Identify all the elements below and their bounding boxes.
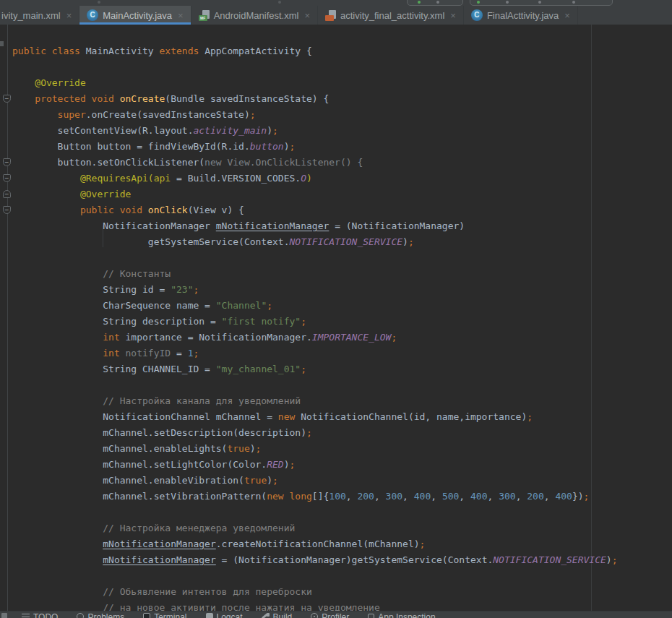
- code-token: public void: [12, 205, 148, 215]
- close-icon[interactable]: ×: [66, 11, 72, 20]
- fold-down-icon[interactable]: −: [3, 95, 11, 103]
- code-token: new: [278, 411, 295, 422]
- close-icon[interactable]: ×: [178, 11, 184, 20]
- tab-androidmanifest-xml[interactable]: MFAndroidManifest.xml×: [191, 6, 318, 25]
- tab-mainactivity-java[interactable]: CMainActivity.java×: [79, 6, 191, 25]
- editor-tabs: ivity_main.xml×CMainActivity.java×MFAndr…: [0, 6, 672, 25]
- code-token: activity_main: [193, 125, 267, 136]
- code-token: O: [301, 173, 306, 184]
- toolwindow-button-logcat[interactable]: Logcat: [206, 612, 243, 618]
- code-token: NOTIFICATION_SERVICE: [493, 554, 606, 565]
- toolwindow-button-profiler[interactable]: Profiler: [311, 612, 349, 618]
- device-selector-button[interactable]: [470, 0, 613, 6]
- code-line: // Настройка менеджера уведомлений: [12, 520, 618, 536]
- toolwindow-button-app-inspection[interactable]: App Inspection: [368, 612, 435, 618]
- close-icon[interactable]: ×: [450, 11, 456, 20]
- code-token: ;: [272, 475, 278, 486]
- toolwindow-button-build[interactable]: Build: [262, 612, 293, 618]
- code-token: "23": [171, 284, 193, 295]
- code-token: ,: [544, 491, 556, 502]
- code-token: ;: [290, 459, 296, 470]
- code-line: mChannel.setVibrationPattern(new long[]{…: [12, 489, 618, 505]
- fold-down-icon[interactable]: −: [3, 206, 11, 214]
- code-token: button.setOnClickListener(: [12, 157, 204, 168]
- toolbar-dot-icon: [98, 1, 100, 4]
- logcat-icon: [206, 613, 213, 618]
- code-token: ;: [272, 125, 278, 136]
- java-class-icon: C: [87, 9, 98, 21]
- terminal-icon: [143, 613, 150, 618]
- code-token: 400: [414, 491, 431, 502]
- code-token: []{: [312, 491, 329, 502]
- code-token: ;: [391, 332, 397, 343]
- code-token: ;: [420, 538, 426, 549]
- toolwindow-button-todo[interactable]: TODO: [22, 612, 58, 618]
- run-config-button[interactable]: [407, 0, 463, 6]
- code-line: mNotificationManager = (NotificationMana…: [12, 552, 618, 568]
- manifest-icon: MF: [199, 10, 210, 21]
- code-token: // Настройка менеджера уведомлений: [12, 523, 295, 533]
- code-token: int: [12, 332, 126, 343]
- toolwindow-label: Logcat: [217, 612, 243, 618]
- code-token: NotificationChannel mChannel =: [12, 411, 278, 422]
- code-line: @Override: [12, 75, 618, 91]
- code-token: // на новое активити после нажатия на ув…: [12, 602, 380, 611]
- code-token: String CHANNEL_ID =: [12, 364, 216, 374]
- code-line: super.onCreate(savedInstanceState);: [12, 107, 618, 123]
- code-token: importance = NotificationManager.: [126, 332, 312, 343]
- toolwindow-label: Profiler: [322, 612, 349, 618]
- profiler-icon: [311, 613, 318, 618]
- todo-icon: [22, 614, 30, 618]
- code-token: mNotificationManager: [216, 220, 329, 231]
- toolbar-dot-icon: [278, 1, 281, 4]
- tool-window-corner-icon[interactable]: [1, 613, 7, 618]
- code-token: ,: [431, 491, 442, 502]
- code-token: ;: [584, 491, 590, 502]
- fold-down-icon[interactable]: −: [3, 158, 11, 166]
- code-token: public class: [12, 46, 86, 56]
- tab-finalacttivity-java[interactable]: CFinalActtivity.java×: [464, 6, 578, 25]
- code-token: onClick: [148, 205, 188, 215]
- code-token: // Константы: [12, 268, 171, 279]
- code-token: ;: [267, 300, 272, 311]
- tab-ivity-main-xml[interactable]: ivity_main.xml×: [0, 6, 79, 25]
- toolwindow-button-problems[interactable]: Problems: [77, 612, 124, 618]
- code-line: String CHANNEL_ID = "my_channel_01";: [12, 361, 618, 377]
- code-token: extends: [160, 46, 205, 56]
- fold-up-icon[interactable]: −: [3, 190, 11, 198]
- code-token: .createNotificationChannel(mChannel): [216, 538, 420, 549]
- code-line: NotificationChannel mChannel = new Notif…: [12, 409, 618, 425]
- code-token: MainActivity: [86, 46, 160, 56]
- code-token: // Обьявление интентов для переброски: [12, 586, 312, 597]
- tab-label: MainActivity.java: [103, 10, 172, 21]
- code-line: [12, 59, 618, 75]
- code-token: ;: [256, 443, 262, 454]
- code-line: @RequiresApi(api = Build.VERSION_CODES.O…: [12, 171, 618, 186]
- code-token: ): [284, 459, 290, 470]
- code-token: mNotificationManager: [103, 554, 216, 565]
- code-token: ;: [527, 411, 533, 422]
- code-token: 300: [499, 491, 515, 502]
- code-token: mChannel.enableVibration(: [12, 475, 244, 486]
- toolwindow-button-terminal[interactable]: Terminal: [143, 612, 186, 618]
- code-token: ;: [301, 364, 306, 374]
- code-editor[interactable]: public class MainActivity extends AppCom…: [0, 25, 672, 611]
- code-token: AppCompatActivity {: [204, 46, 312, 56]
- close-icon[interactable]: ×: [564, 11, 570, 20]
- code-token: protected void: [12, 93, 120, 104]
- tab-activity-final-acttivity-xml[interactable]: activity_final_acttivity.xml×: [318, 6, 464, 25]
- code-line: String id = "23";: [12, 282, 618, 298]
- code-token: .onCreate(savedInstanceState): [86, 109, 250, 120]
- code-token: RED: [267, 459, 283, 470]
- toolwindow-label: TODO: [33, 612, 58, 618]
- code-token: IMPORTANCE_LOW: [312, 332, 392, 343]
- toolbar-dot-icon: [506, 1, 509, 4]
- fold-down-icon[interactable]: −: [3, 174, 11, 182]
- code-token: button: [250, 141, 284, 152]
- code-line: // Константы: [12, 266, 618, 282]
- code-line: public class MainActivity extends AppCom…: [12, 43, 618, 59]
- code-token: @Override: [12, 189, 131, 199]
- close-icon[interactable]: ×: [304, 11, 310, 20]
- build-icon: [262, 613, 270, 618]
- code-token: [12, 554, 103, 565]
